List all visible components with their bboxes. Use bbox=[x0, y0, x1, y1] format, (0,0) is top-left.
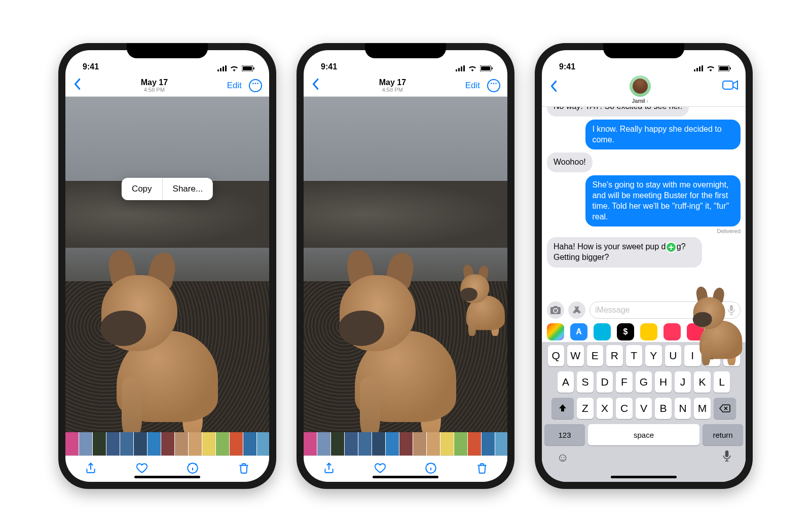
thumbnail[interactable] bbox=[202, 432, 215, 455]
key-n[interactable]: N bbox=[675, 398, 691, 419]
key-x[interactable]: X bbox=[597, 398, 613, 419]
thumbnail[interactable] bbox=[468, 432, 481, 455]
thumbnail[interactable] bbox=[358, 432, 372, 455]
key-r[interactable]: R bbox=[606, 345, 623, 366]
thumbnail[interactable] bbox=[413, 432, 426, 455]
thumbnail[interactable] bbox=[304, 432, 317, 455]
home-indicator[interactable] bbox=[134, 476, 200, 478]
key-f[interactable]: F bbox=[616, 371, 633, 393]
thumbnail[interactable] bbox=[93, 432, 106, 455]
thumbnail[interactable] bbox=[175, 432, 188, 455]
audio-app-icon[interactable] bbox=[594, 323, 611, 340]
thumbnail[interactable] bbox=[317, 432, 330, 455]
thumbnail[interactable] bbox=[106, 432, 120, 455]
thumbnail[interactable] bbox=[345, 432, 358, 455]
thumbnail[interactable] bbox=[399, 432, 413, 455]
thumbnail[interactable] bbox=[161, 432, 174, 455]
dictate-button[interactable] bbox=[723, 450, 731, 465]
apple-cash-icon[interactable]: $ bbox=[617, 323, 634, 340]
camera-button[interactable] bbox=[547, 301, 564, 319]
key-l[interactable]: L bbox=[714, 371, 730, 393]
thumbnail[interactable] bbox=[372, 432, 385, 455]
key-delete[interactable] bbox=[714, 398, 736, 419]
memoji-app-icon[interactable] bbox=[640, 323, 657, 340]
key-c[interactable]: C bbox=[616, 398, 633, 419]
thumbnail[interactable] bbox=[427, 432, 440, 455]
thumbnail[interactable] bbox=[148, 432, 161, 455]
home-indicator[interactable] bbox=[373, 476, 438, 478]
message-bubble-out[interactable]: I know. Really happy she decided to come… bbox=[585, 120, 741, 150]
key-j[interactable]: J bbox=[675, 371, 691, 393]
apps-button[interactable] bbox=[568, 301, 585, 319]
delete-button[interactable] bbox=[475, 462, 489, 477]
thumbnail[interactable] bbox=[243, 432, 256, 455]
key-q[interactable]: Q bbox=[548, 345, 565, 366]
thumbnail[interactable] bbox=[386, 432, 399, 455]
thumbnail-strip[interactable] bbox=[304, 432, 507, 455]
back-button[interactable] bbox=[311, 78, 320, 94]
thumbnail[interactable] bbox=[495, 432, 507, 455]
app-store-icon[interactable]: A bbox=[570, 323, 587, 340]
dog-subject-dragging[interactable] bbox=[459, 267, 507, 336]
message-bubble-out[interactable]: She's going to stay with me overnight, a… bbox=[585, 175, 741, 226]
favorite-button[interactable] bbox=[374, 462, 387, 477]
key-z[interactable]: Z bbox=[577, 398, 594, 419]
more-button[interactable]: ··· bbox=[249, 79, 262, 92]
thumbnail[interactable] bbox=[65, 432, 79, 455]
thumbnail[interactable] bbox=[230, 432, 243, 455]
key-u[interactable]: U bbox=[665, 345, 682, 366]
key-h[interactable]: H bbox=[655, 371, 672, 393]
info-button[interactable] bbox=[186, 462, 199, 477]
key-space[interactable]: space bbox=[588, 424, 699, 445]
key-s[interactable]: S bbox=[577, 371, 594, 393]
home-indicator[interactable] bbox=[611, 476, 677, 478]
favorite-button[interactable] bbox=[135, 462, 149, 477]
key-return[interactable]: return bbox=[703, 424, 743, 445]
thumbnail[interactable] bbox=[216, 432, 229, 455]
conversation-scroll[interactable]: No way! YAY! So excited to see her.I kno… bbox=[542, 107, 746, 298]
message-bubble-in[interactable]: No way! YAY! So excited to see her. bbox=[547, 107, 689, 117]
delete-button[interactable] bbox=[237, 462, 250, 477]
thumbnail-strip[interactable] bbox=[65, 432, 269, 455]
key-m[interactable]: M bbox=[694, 398, 711, 419]
contact-header[interactable]: Jamil › bbox=[630, 75, 651, 104]
key-v[interactable]: V bbox=[636, 398, 652, 419]
message-bubble-in[interactable]: Woohoo! bbox=[547, 153, 593, 172]
key-t[interactable]: T bbox=[626, 345, 643, 366]
dog-subject-dropping[interactable] bbox=[691, 289, 746, 365]
stickers-app-icon[interactable] bbox=[663, 323, 681, 340]
thumbnail[interactable] bbox=[189, 432, 202, 455]
key-w[interactable]: W bbox=[567, 345, 584, 366]
photo-viewport[interactable]: Copy Share... bbox=[65, 97, 269, 432]
thumbnail[interactable] bbox=[331, 432, 344, 455]
facetime-button[interactable] bbox=[722, 75, 739, 93]
message-bubble-in[interactable]: Haha! How is your sweet pup doing? Getti… bbox=[547, 237, 702, 268]
photo-viewport[interactable] bbox=[304, 97, 507, 432]
thumbnail[interactable] bbox=[454, 432, 467, 455]
emoji-button[interactable]: ☺ bbox=[557, 450, 569, 465]
context-copy[interactable]: Copy bbox=[122, 178, 162, 200]
thumbnail[interactable] bbox=[440, 432, 454, 455]
thumbnail[interactable] bbox=[482, 432, 495, 455]
key-b[interactable]: B bbox=[655, 398, 672, 419]
edit-button[interactable]: Edit bbox=[227, 81, 242, 91]
thumbnail[interactable] bbox=[79, 432, 92, 455]
key-a[interactable]: A bbox=[558, 371, 574, 393]
dog-subject[interactable] bbox=[96, 255, 238, 432]
key-y[interactable]: Y bbox=[645, 345, 662, 366]
key-k[interactable]: K bbox=[694, 371, 711, 393]
back-button[interactable] bbox=[549, 75, 558, 96]
key-e[interactable]: E bbox=[587, 345, 604, 366]
photos-app-icon[interactable] bbox=[547, 323, 564, 340]
thumbnail[interactable] bbox=[134, 432, 147, 455]
key-numbers[interactable]: 123 bbox=[544, 424, 585, 445]
key-g[interactable]: G bbox=[636, 371, 652, 393]
key-shift[interactable] bbox=[551, 398, 574, 419]
more-button[interactable]: ··· bbox=[487, 79, 500, 92]
context-share[interactable]: Share... bbox=[163, 178, 213, 200]
share-button[interactable] bbox=[322, 462, 336, 477]
key-d[interactable]: D bbox=[597, 371, 613, 393]
edit-button[interactable]: Edit bbox=[465, 81, 480, 91]
back-button[interactable] bbox=[72, 78, 82, 94]
dog-subject[interactable] bbox=[335, 255, 476, 432]
